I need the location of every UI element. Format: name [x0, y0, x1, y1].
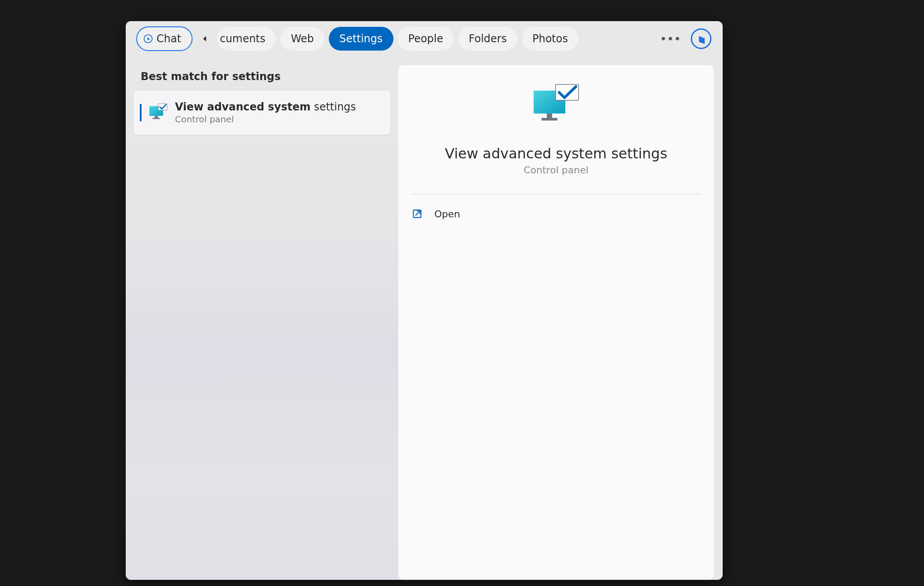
caret-left-icon	[201, 35, 208, 42]
section-heading: Best match for settings	[134, 65, 390, 91]
ellipsis-icon: •••	[660, 33, 681, 44]
tab-label: Folders	[469, 33, 507, 45]
tab-label: People	[408, 33, 444, 45]
selection-indicator	[140, 104, 142, 121]
monitor-check-icon	[532, 83, 580, 127]
bing-button[interactable]	[690, 28, 712, 50]
tab-people[interactable]: People	[398, 27, 454, 51]
chat-label: Chat	[156, 33, 181, 45]
top-bar: Chat cuments Web Settings People Folders…	[126, 21, 723, 56]
tab-label: Photos	[532, 33, 568, 45]
result-titles: View advanced system settings Control pa…	[175, 101, 356, 125]
svg-rect-3	[155, 116, 158, 118]
content-area: Best match for settings	[126, 56, 723, 580]
open-action[interactable]: Open	[398, 200, 714, 228]
result-subtitle: Control panel	[175, 114, 356, 125]
result-title: View advanced system settings	[175, 101, 356, 113]
svg-rect-7	[547, 114, 552, 118]
svg-rect-8	[542, 118, 557, 121]
tabs-scroll-left[interactable]	[197, 26, 213, 51]
svg-rect-4	[153, 118, 160, 119]
monitor-check-icon	[149, 103, 168, 122]
open-external-icon	[411, 208, 423, 220]
results-list: Best match for settings	[126, 56, 398, 580]
bing-chat-icon	[143, 34, 153, 44]
detail-icon-wrap	[398, 83, 714, 127]
result-item[interactable]: View advanced system settings Control pa…	[134, 91, 390, 135]
tab-folders[interactable]: Folders	[458, 27, 517, 51]
tab-photos[interactable]: Photos	[522, 27, 578, 51]
detail-title: View advanced system settings	[398, 145, 714, 162]
tab-label: Settings	[339, 33, 382, 45]
detail-subtitle: Control panel	[398, 165, 714, 176]
detail-pane: View advanced system settings Control pa…	[398, 65, 714, 580]
more-options-button[interactable]: •••	[664, 32, 678, 46]
chat-button[interactable]: Chat	[136, 26, 193, 51]
bing-icon	[690, 28, 712, 50]
tab-settings[interactable]: Settings	[329, 27, 393, 51]
tab-web[interactable]: Web	[280, 27, 324, 51]
tab-documents[interactable]: cuments	[217, 27, 276, 51]
top-right-controls: •••	[664, 28, 712, 50]
tab-label: cuments	[220, 33, 266, 45]
open-label: Open	[434, 209, 460, 220]
separator	[411, 194, 701, 194]
tab-label: Web	[291, 33, 314, 45]
result-title-bold: View advanced system	[175, 101, 311, 113]
result-title-rest: settings	[311, 101, 356, 113]
search-results-panel: Chat cuments Web Settings People Folders…	[126, 21, 723, 580]
